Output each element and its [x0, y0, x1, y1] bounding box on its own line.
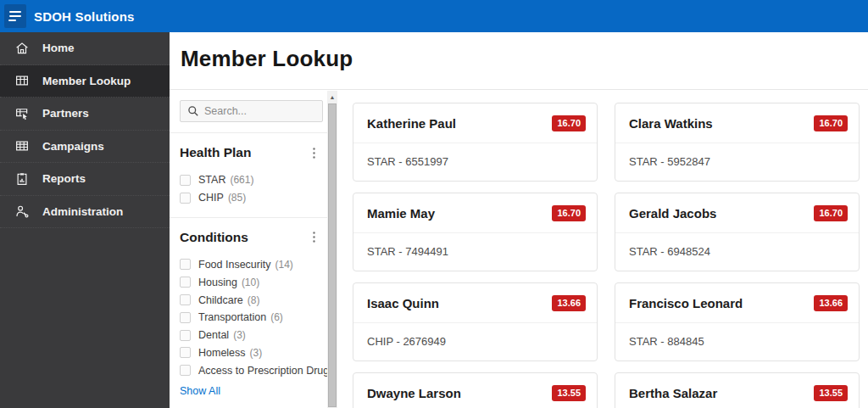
checkbox[interactable]	[180, 259, 191, 270]
sidebar-nav: Home Member Lookup Partners Campaigns	[0, 32, 170, 408]
divider	[170, 132, 327, 133]
filter-scrollbar[interactable]: ▲	[327, 91, 337, 408]
member-card[interactable]: Clara Watkins 16.70 STAR - 5952847	[615, 103, 860, 182]
sidebar-item-label: Campaigns	[42, 140, 104, 153]
divider	[170, 217, 327, 218]
checkbox[interactable]	[180, 330, 191, 341]
checkbox[interactable]	[180, 277, 191, 288]
member-name: Clara Watkins	[629, 116, 713, 131]
search-icon	[187, 105, 199, 117]
checkbox[interactable]	[180, 365, 191, 376]
checkbox[interactable]	[180, 175, 191, 186]
filter-option-label: Childcare	[198, 294, 243, 306]
filter-option-label: Dental	[198, 329, 229, 341]
member-name: Mamie May	[367, 206, 435, 221]
sidebar-item-reports[interactable]: Reports	[0, 163, 170, 196]
filter-option-access-to-prescription-drugs[interactable]: Access to Prescription Drugs (2)	[180, 361, 319, 379]
member-plan: STAR - 7494491	[367, 245, 448, 258]
member-card[interactable]: Isaac Quinn 13.66 CHIP - 2676949	[353, 282, 598, 361]
checkbox[interactable]	[180, 193, 191, 204]
checkbox[interactable]	[180, 312, 191, 323]
page-header: Member Lookup	[170, 32, 868, 90]
filter-option-count: (85)	[228, 192, 246, 204]
health-plan-section: Health Plan STAR (661) CHIP (85)	[170, 145, 327, 207]
app-header: SDOH Solutions	[0, 0, 868, 32]
filter-option-label: CHIP	[198, 192, 224, 204]
filter-option-label: Transportation	[198, 311, 266, 323]
filter-option-childcare[interactable]: Childcare (8)	[180, 291, 319, 309]
scrollbar-thumb[interactable]	[328, 103, 337, 407]
kebab-menu-icon[interactable]	[309, 146, 319, 160]
home-icon	[14, 41, 30, 56]
checkbox[interactable]	[180, 347, 191, 358]
filter-option-housing[interactable]: Housing (10)	[180, 273, 319, 291]
score-badge: 16.70	[552, 205, 586, 221]
sidebar-item-label: Partners	[42, 107, 89, 120]
member-card[interactable]: Dwayne Larson 13.55	[353, 372, 598, 408]
filter-option-label: STAR	[198, 174, 225, 186]
filter-option-chip[interactable]: CHIP (85)	[180, 189, 319, 207]
page-title: Member Lookup	[181, 46, 353, 72]
member-plan: STAR - 5952847	[629, 155, 710, 168]
member-card[interactable]: Francisco Leonard 13.66 STAR - 884845	[615, 282, 860, 361]
filter-option-count: (661)	[230, 174, 253, 186]
sidebar-item-home[interactable]: Home	[0, 32, 170, 65]
filter-option-count: (3)	[250, 347, 263, 359]
scrollbar-up-arrow-icon[interactable]: ▲	[327, 91, 337, 103]
member-plan: STAR - 6948524	[629, 245, 710, 258]
kebab-menu-icon[interactable]	[309, 230, 319, 244]
show-all-link[interactable]: Show All	[180, 385, 220, 397]
menu-toggle-button[interactable]	[4, 4, 26, 28]
member-plan: CHIP - 2676949	[367, 335, 446, 348]
filter-option-count: (3)	[233, 329, 246, 341]
member-card[interactable]: Gerald Jacobs 16.70 STAR - 6948524	[615, 193, 860, 271]
filter-panel: Health Plan STAR (661) CHIP (85) Conditi…	[170, 91, 327, 408]
score-badge: 13.55	[552, 385, 586, 401]
app-title: SDOH Solutions	[34, 9, 135, 24]
score-badge: 16.70	[552, 115, 586, 131]
member-name: Isaac Quinn	[367, 296, 439, 310]
member-card[interactable]: Mamie May 16.70 STAR - 7494491	[353, 193, 598, 271]
table-pointer-icon	[14, 106, 30, 121]
filter-option-label: Food Insecurity	[198, 259, 270, 271]
filter-option-food-insecurity[interactable]: Food Insecurity (14)	[180, 256, 319, 274]
conditions-title: Conditions	[180, 230, 248, 245]
sidebar-item-label: Member Lookup	[42, 75, 131, 87]
filter-option-dental[interactable]: Dental (3)	[180, 327, 319, 344]
member-name: Dwayne Larson	[367, 386, 461, 400]
filter-option-star[interactable]: STAR (661)	[180, 171, 319, 189]
table-icon	[14, 138, 30, 154]
filter-option-count: (10)	[242, 277, 259, 288]
score-badge: 16.70	[814, 115, 848, 131]
score-badge: 13.66	[552, 295, 586, 311]
filter-option-label: Access to Prescription Drugs	[198, 365, 327, 377]
grid-icon	[14, 73, 30, 88]
score-badge: 16.70	[814, 205, 848, 221]
sidebar-item-member-lookup[interactable]: Member Lookup	[0, 65, 170, 98]
filter-option-count: (8)	[248, 294, 260, 306]
filter-option-transportation[interactable]: Transportation (6)	[180, 309, 319, 327]
sidebar-item-partners[interactable]: Partners	[0, 98, 170, 131]
sidebar-item-administration[interactable]: Administration	[0, 196, 170, 229]
filter-option-count: (14)	[275, 259, 292, 271]
score-badge: 13.66	[814, 295, 848, 311]
search-input[interactable]	[204, 105, 306, 117]
filter-option-label: Housing	[198, 277, 237, 288]
health-plan-title: Health Plan	[180, 145, 251, 160]
member-plan: STAR - 6551997	[367, 155, 448, 168]
sidebar-item-label: Home	[42, 42, 75, 54]
member-plan: STAR - 884845	[629, 335, 704, 348]
member-card-grid: Katherine Paul 16.70 STAR - 6551997 Clar…	[353, 103, 860, 408]
search-box[interactable]	[180, 100, 323, 122]
sidebar-item-label: Administration	[42, 205, 123, 218]
filter-option-homeless[interactable]: Homeless (3)	[180, 344, 319, 362]
member-card[interactable]: Katherine Paul 16.70 STAR - 6551997	[353, 103, 598, 182]
conditions-section: Conditions Food Insecurity (14) Housing …	[170, 230, 327, 380]
sidebar-item-campaigns[interactable]: Campaigns	[0, 131, 170, 164]
clipboard-chart-icon	[14, 171, 30, 187]
checkbox[interactable]	[180, 294, 191, 305]
filter-option-label: Homeless	[198, 347, 246, 359]
member-name: Gerald Jacobs	[629, 206, 716, 221]
member-name: Francisco Leonard	[629, 296, 743, 310]
member-card[interactable]: Bertha Salazar 13.55	[615, 372, 860, 408]
